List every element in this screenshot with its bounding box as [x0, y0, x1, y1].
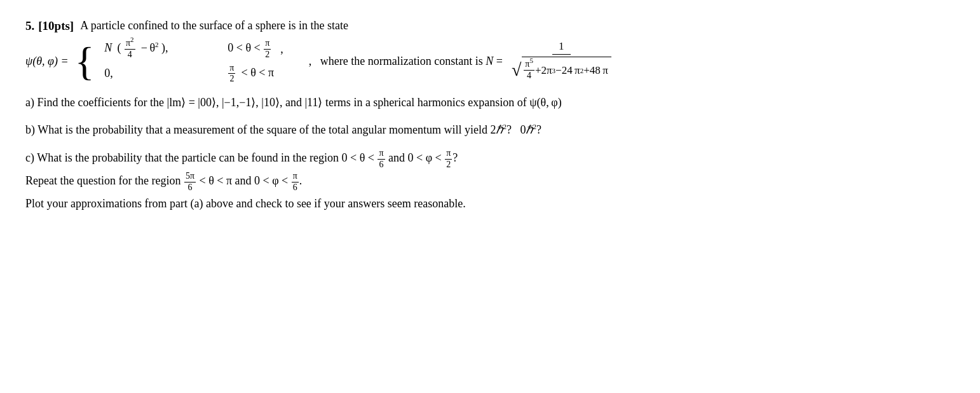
part-c-text1: c) What is the probability that the part… [25, 148, 955, 170]
case1-expr: N ( π2 4 − θ2 ), [104, 38, 219, 60]
case2-row: 0, π 2 < θ < π [104, 63, 283, 85]
pi2-over-4-frac: π2 4 [125, 38, 135, 60]
norm-numerator: 1 [552, 40, 571, 55]
normalization-fraction: 1 √ π5 4 +2π3−24 π2+48 π [510, 40, 613, 83]
problem-header: 5. [10pts] A particle confined to the su… [25, 19, 955, 33]
sqrt-symbol: √ [512, 57, 521, 83]
part-a-text: a) Find the coefficients for the |lm⟩ = … [25, 93, 955, 112]
case2-expr: 0, [104, 67, 219, 80]
part-c-label: c) [25, 151, 34, 164]
sqrt-content: π5 4 +2π3−24 π2+48 π [522, 57, 611, 83]
case2-cond: π 2 < θ < π [228, 63, 274, 85]
where-text: , where the normalization constant is N … [309, 55, 503, 68]
sqrt-expression: √ π5 4 +2π3−24 π2+48 π [512, 57, 611, 83]
part-c-text3: Plot your approximations from part (a) a… [25, 195, 955, 213]
case1-row: N ( π2 4 − θ2 ), 0 < θ < π 2 , [104, 38, 283, 60]
part-c-section: c) What is the probability that the part… [25, 148, 955, 213]
pi5-over-4-frac: π5 4 [524, 59, 534, 81]
part-b-label: b) [25, 123, 35, 136]
problem-points: [10pts] [38, 19, 74, 33]
part-b-text: b) What is the probability that a measur… [25, 121, 955, 139]
part-a-section: a) Find the coefficients for the |lm⟩ = … [25, 93, 955, 112]
norm-denominator: √ π5 4 +2π3−24 π2+48 π [510, 55, 613, 83]
pi-over-2-frac2: π 2 [228, 63, 235, 85]
pi-over-2-frac1: π 2 [264, 38, 271, 60]
piecewise-cases: N ( π2 4 − θ2 ), 0 < θ < π 2 , [104, 38, 283, 85]
problem-number: 5. [25, 19, 34, 33]
part-c-text2: Repeat the question for the region 5π 6 … [25, 171, 955, 193]
psi-label: ψ(θ, φ) = [25, 55, 69, 68]
where-normalization: , where the normalization constant is N … [309, 40, 613, 83]
part-b-section: b) What is the probability that a measur… [25, 121, 955, 139]
problem-intro: A particle confined to the surface of a … [80, 19, 348, 32]
psi-definition: ψ(θ, φ) = { N ( π2 4 − θ2 ), 0 < θ < [25, 38, 955, 85]
pi-over-6-frac2: π 6 [292, 171, 299, 193]
5pi-over-6-frac: 5π 6 [184, 171, 196, 193]
pi-over-6-frac1: π 6 [378, 148, 385, 170]
part-a-label: a) [25, 96, 34, 109]
left-brace: { [75, 41, 95, 82]
problem-container: 5. [10pts] A particle confined to the su… [25, 19, 955, 213]
case1-comma: , [280, 43, 283, 56]
pi-over-2-frac3: π 2 [445, 148, 452, 170]
case1-cond: 0 < θ < π 2 [228, 38, 271, 60]
